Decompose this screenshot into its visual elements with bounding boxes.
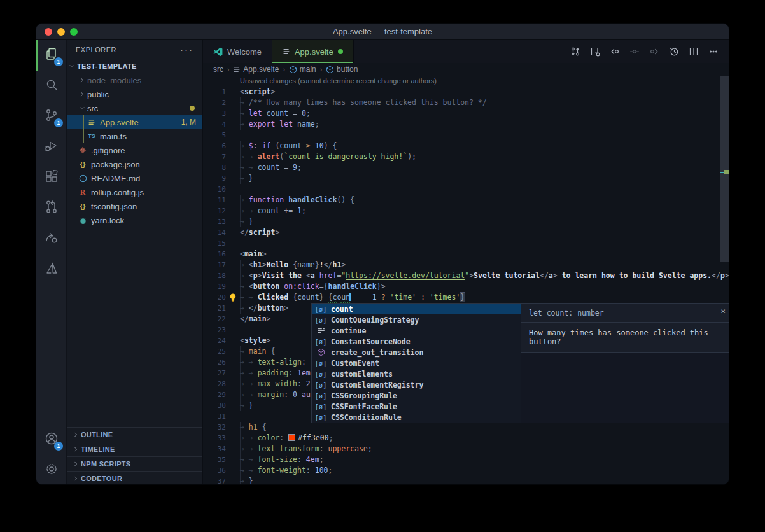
sidebar: EXPLORER ··· TEST-TEMPLATEnode_modulespu… — [67, 40, 203, 485]
more-actions-icon[interactable]: ··· — [180, 46, 193, 53]
suggestion-item-cssgroupingrule[interactable]: [ø]CSSGroupingRule — [312, 390, 521, 401]
open-changes-icon[interactable] — [590, 46, 600, 57]
suggestion-item-customelements[interactable]: [ø]customElements — [312, 368, 521, 379]
section-outline[interactable]: OUTLINE — [67, 427, 202, 442]
suggestion-item-cssconditionrule[interactable]: [ø]CSSConditionRule — [312, 412, 521, 423]
indent-guide: → — [240, 303, 249, 314]
breadcrumb-label: button — [337, 65, 358, 74]
activity-item-search[interactable] — [36, 71, 66, 101]
activity-item-azure[interactable] — [36, 254, 66, 284]
indent-guide: → — [240, 173, 249, 184]
tree-item-node-modules[interactable]: node_modules — [67, 73, 202, 87]
line-number: 20 — [203, 292, 226, 303]
suggestion-item-customelementregistry[interactable]: [ø]CustomElementRegistry — [312, 379, 521, 390]
zoom-button[interactable] — [70, 28, 78, 36]
suggestion-item-count[interactable]: [ø]count — [312, 304, 521, 314]
section-timeline[interactable]: TIMELINE — [67, 442, 202, 456]
file-name: yarn.lock — [91, 216, 124, 225]
code-line-33[interactable]: 33→→color: #ff3e00; — [203, 433, 729, 444]
breadcrumb-item-button[interactable]: button — [326, 65, 358, 74]
line-number: 1 — [203, 87, 226, 97]
section-codetour[interactable]: CODETOUR — [67, 471, 202, 485]
suggestion-item-create_out_transition[interactable]: create_out_transition — [312, 347, 521, 358]
gutter — [226, 108, 240, 119]
tree-root[interactable]: TEST-TEMPLATE — [67, 59, 202, 73]
code-line-1[interactable]: 1<script> — [203, 87, 729, 97]
code-line-5[interactable]: 5 — [203, 130, 729, 141]
suggestion-item-continue[interactable]: continue — [312, 325, 521, 336]
activity-item-settings[interactable] — [36, 455, 66, 485]
suggestion-item-countqueuingstrategy[interactable]: [ø]CountQueuingStrategy — [312, 314, 521, 325]
code-line-17[interactable]: 17→<h1>Hello {name}!</h1> — [203, 260, 729, 270]
code-line-19[interactable]: 19→<button on:click={handleClick}> — [203, 281, 729, 292]
code-line-32[interactable]: 32→h1 { — [203, 422, 729, 433]
tree-item-tsconfig-json[interactable]: {}tsconfig.json — [67, 199, 202, 213]
more-actions-icon[interactable] — [708, 46, 719, 57]
suggestion-item-constantsourcenode[interactable]: [ø]ConstantSourceNode — [312, 336, 521, 347]
code-line-4[interactable]: 4→export let name; — [203, 119, 729, 130]
chevron-right-icon — [71, 461, 81, 467]
section-npm-scripts[interactable]: NPM SCRIPTS — [67, 456, 202, 471]
compare-changes-icon[interactable] — [570, 46, 580, 57]
code-line-37[interactable]: 37→} — [203, 476, 729, 485]
code-line-15[interactable]: 15 — [203, 238, 729, 249]
code-line-16[interactable]: 16<main> — [203, 249, 729, 260]
code-line-18[interactable]: 18→<p>Visit the <a href="https://svelte.… — [203, 270, 729, 281]
indent-guide: → — [240, 108, 249, 119]
activity-item-explorer[interactable]: 1 — [36, 40, 66, 71]
svelte-file-icon — [86, 118, 97, 126]
lightbulb-icon[interactable] — [226, 292, 240, 303]
code-line-36[interactable]: 36→→font-weight: 100; — [203, 465, 729, 476]
file-history-icon[interactable] — [669, 46, 679, 57]
indent-guide: → — [249, 357, 258, 368]
tree-item-app-svelte[interactable]: App.svelte1, M — [67, 115, 202, 129]
close-icon[interactable]: × — [720, 306, 726, 316]
breadcrumb-item-app-svelte[interactable]: App.svelte — [233, 65, 279, 74]
chevron-right-icon — [77, 77, 87, 83]
tree-item-src[interactable]: src — [67, 101, 202, 115]
code-text: →→count = 9; — [240, 162, 302, 173]
code-line-35[interactable]: 35→→font-size: 4em; — [203, 454, 729, 465]
editor[interactable]: Unsaved changes (cannot determine recent… — [203, 76, 729, 485]
activity-item-accounts[interactable]: 1 — [36, 424, 66, 455]
code-line-34[interactable]: 34→→text-transform: uppercase; — [203, 444, 729, 454]
tree-item--gitignore[interactable]: .gitignore — [67, 143, 202, 157]
code-line-3[interactable]: 3→let count = 0; — [203, 108, 729, 119]
breadcrumb-item-main[interactable]: main — [289, 65, 316, 74]
tree-item-yarn-lock[interactable]: yarn.lock — [67, 213, 202, 227]
previous-change-icon[interactable] — [610, 46, 620, 57]
gutter — [226, 216, 240, 227]
tab-app-svelte[interactable]: App.svelte — [272, 40, 354, 63]
code-line-11[interactable]: 11→function handleClick() { — [203, 195, 729, 206]
tree-item-readme-md[interactable]: README.md — [67, 171, 202, 185]
activity-item-extensions[interactable] — [36, 162, 66, 193]
activity-item-live-share[interactable] — [36, 223, 66, 254]
tree-item-package-json[interactable]: {}package.json — [67, 157, 202, 171]
close-button[interactable] — [45, 28, 52, 36]
tree-item-rollup-config-js[interactable]: Rrollup.config.js — [67, 185, 202, 199]
tree-item-main-ts[interactable]: TSmain.ts — [67, 129, 202, 143]
code-line-2[interactable]: 2→/** How many times has someone clicked… — [203, 97, 729, 108]
code-line-12[interactable]: 12→→count += 1; — [203, 206, 729, 216]
code-line-8[interactable]: 8→→count = 9; — [203, 162, 729, 173]
code-line-20[interactable]: 20→→Clicked {count} {coun === 1 ? 'time'… — [203, 292, 729, 303]
code-line-6[interactable]: 6→$: if (count ≥ 10) { — [203, 141, 729, 151]
minimize-button[interactable] — [57, 28, 65, 36]
activity-item-source-control[interactable]: 1 — [36, 101, 66, 132]
tree-item-public[interactable]: public — [67, 87, 202, 101]
code-line-10[interactable]: 10 — [203, 184, 729, 195]
scrollbar-thumb[interactable] — [720, 76, 729, 262]
activity-item-github-pull-requests[interactable] — [36, 193, 66, 223]
code-line-9[interactable]: 9→} — [203, 173, 729, 184]
code-line-7[interactable]: 7→→alert(`count is dangerously high!`); — [203, 151, 729, 162]
modified-dot[interactable] — [338, 49, 343, 54]
suggestion-item-cssfontfacerule[interactable]: [ø]CSSFontFaceRule — [312, 401, 521, 412]
tab-welcome[interactable]: Welcome — [203, 40, 272, 63]
titlebar[interactable]: App.svelte — test-template — [36, 24, 729, 40]
suggestion-item-customevent[interactable]: [ø]CustomEvent — [312, 358, 521, 368]
breadcrumb-item-src[interactable]: src — [213, 65, 223, 74]
activity-item-run-debug[interactable] — [36, 132, 66, 162]
code-line-14[interactable]: 14</script> — [203, 227, 729, 238]
code-line-13[interactable]: 13→} — [203, 216, 729, 227]
split-editor-icon[interactable] — [689, 46, 699, 57]
